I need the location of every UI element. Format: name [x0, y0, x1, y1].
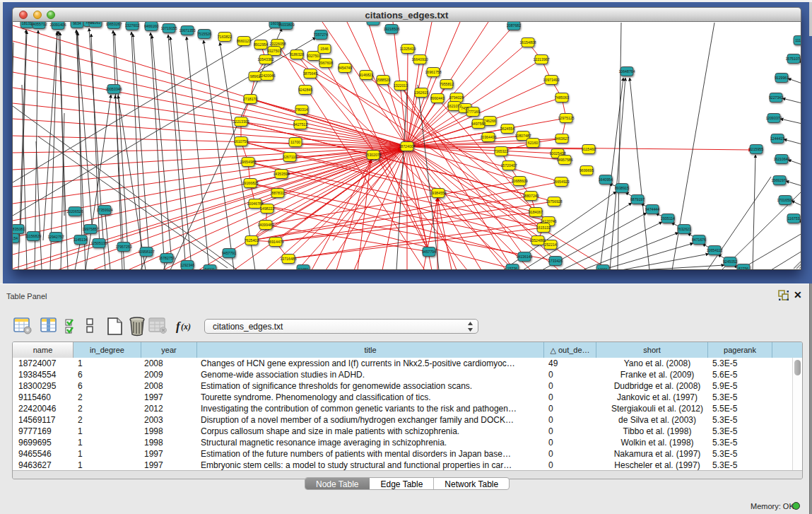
svg-text:3215955: 3215955 — [749, 147, 763, 151]
svg-text:13716485: 13716485 — [280, 257, 296, 261]
svg-text:116753: 116753 — [788, 216, 800, 221]
svg-text:1322013: 1322013 — [394, 83, 408, 88]
svg-text:19218506: 19218506 — [383, 27, 399, 31]
svg-text:7485063: 7485063 — [555, 95, 569, 100]
svg-text:14120746: 14120746 — [540, 219, 556, 223]
svg-text:10654112: 10654112 — [707, 248, 723, 252]
svg-text:9457791: 9457791 — [222, 251, 236, 255]
svg-text:10671355: 10671355 — [179, 28, 195, 33]
svg-text:2935114: 2935114 — [661, 216, 675, 221]
svg-text:16654923: 16654923 — [553, 180, 569, 184]
svg-text:12975125: 12975125 — [558, 116, 574, 120]
svg-text:14099489: 14099489 — [257, 223, 273, 227]
svg-text:8990443: 8990443 — [430, 96, 445, 100]
svg-text:11156829: 11156829 — [25, 234, 41, 238]
svg-text:20206526: 20206526 — [66, 209, 83, 214]
svg-text:20091406: 20091406 — [49, 23, 66, 27]
svg-text:9699695: 9699695 — [579, 168, 594, 173]
svg-text:8186328: 8186328 — [290, 52, 304, 57]
svg-text:92450: 92450 — [298, 267, 309, 270]
svg-text:39154: 39154 — [13, 236, 18, 240]
svg-text:19384554: 19384554 — [430, 191, 446, 195]
svg-text:19975857: 19975857 — [82, 227, 98, 231]
svg-text:9777169: 9777169 — [466, 110, 480, 114]
svg-text:14055712: 14055712 — [30, 22, 47, 26]
svg-text:19756928: 19756928 — [546, 199, 562, 204]
svg-text:21063: 21063 — [90, 22, 101, 25]
svg-text:18807249: 18807249 — [522, 194, 539, 198]
svg-text:20053346: 20053346 — [105, 87, 122, 91]
svg-text:16033809: 16033809 — [278, 23, 294, 27]
svg-text:82756: 82756 — [739, 267, 749, 270]
svg-text:746266: 746266 — [483, 119, 495, 123]
svg-text:10025438: 10025438 — [549, 151, 565, 156]
svg-text:16154808: 16154808 — [519, 40, 536, 45]
svg-text:11125: 11125 — [795, 38, 801, 42]
svg-text:10719155: 10719155 — [160, 26, 177, 30]
svg-text:14957586: 14957586 — [556, 158, 572, 162]
svg-text:1610756: 1610756 — [234, 139, 248, 144]
svg-text:7625402: 7625402 — [245, 238, 259, 243]
svg-text:16961758: 16961758 — [425, 70, 441, 74]
svg-text:9227342: 9227342 — [769, 95, 783, 100]
svg-text:7357274: 7357274 — [314, 33, 328, 37]
svg-text:9245052: 9245052 — [723, 259, 737, 264]
svg-text:15302075: 15302075 — [365, 153, 381, 157]
svg-text:2087682: 2087682 — [507, 23, 521, 28]
svg-text:3624554: 3624554 — [500, 127, 514, 131]
svg-text:8813054: 8813054 — [366, 22, 380, 23]
svg-text:10973493: 10973493 — [543, 78, 559, 82]
svg-text:20364436: 20364436 — [480, 135, 496, 139]
svg-text:13524861: 13524861 — [529, 238, 546, 243]
svg-text:7163822: 7163822 — [218, 35, 232, 39]
svg-text:7365322: 7365322 — [494, 149, 508, 153]
svg-text:10091: 10091 — [598, 267, 608, 270]
svg-text:1621072: 1621072 — [447, 104, 461, 108]
svg-text:12213303: 12213303 — [233, 119, 249, 124]
svg-text:9463627: 9463627 — [555, 136, 569, 141]
svg-text:16782759: 16782759 — [158, 256, 175, 260]
svg-text:16210643: 16210643 — [773, 157, 789, 161]
svg-text:10653267: 10653267 — [105, 22, 122, 26]
svg-text:10046788: 10046788 — [247, 201, 263, 206]
svg-text:62160: 62160 — [528, 141, 539, 145]
svg-text:9794028: 9794028 — [449, 95, 464, 100]
svg-text:1588520: 1588520 — [376, 78, 390, 82]
svg-text:(x): (x) — [181, 322, 191, 332]
svg-text:12213967: 12213967 — [533, 57, 549, 62]
svg-text:16640910: 16640910 — [411, 57, 428, 62]
svg-text:10543362: 10543362 — [257, 57, 273, 62]
svg-text:1244415: 1244415 — [770, 136, 784, 141]
svg-text:7632621: 7632621 — [677, 227, 691, 231]
svg-text:12942757: 12942757 — [47, 235, 64, 239]
svg-text:2718170: 2718170 — [243, 97, 257, 101]
svg-text:1498222: 1498222 — [260, 206, 274, 211]
svg-text:10807487: 10807487 — [514, 134, 531, 138]
svg-text:1835081: 1835081 — [13, 227, 25, 231]
svg-text:14136141: 14136141 — [516, 255, 532, 259]
svg-text:9115460: 9115460 — [582, 147, 596, 151]
svg-text:16914479: 16914479 — [267, 240, 283, 244]
svg-text:11325419: 11325419 — [400, 47, 416, 51]
svg-text:1640954: 1640954 — [599, 177, 613, 182]
svg-text:2967608: 2967608 — [319, 61, 333, 65]
svg-text:9474444: 9474444 — [645, 207, 659, 211]
svg-text:8454749: 8454749 — [338, 66, 352, 70]
svg-text:12505135: 12505135 — [90, 241, 107, 245]
svg-text:10688609: 10688609 — [511, 179, 527, 183]
svg-text:8660123: 8660123 — [237, 39, 251, 43]
svg-text:9457794: 9457794 — [422, 250, 436, 254]
svg-text:10958107: 10958107 — [138, 250, 154, 254]
svg-text:780314: 780314 — [295, 107, 307, 112]
svg-text:14353594: 14353594 — [273, 172, 289, 176]
svg-text:19166825: 19166825 — [242, 181, 258, 185]
svg-text:9327503: 9327503 — [267, 49, 281, 53]
svg-text:9129961: 9129961 — [775, 76, 789, 80]
svg-text:19654985: 19654985 — [240, 160, 256, 164]
svg-text:9242845: 9242845 — [298, 88, 312, 92]
svg-text:23226058: 23226058 — [269, 42, 286, 46]
svg-text:17957253: 17957253 — [115, 245, 131, 249]
svg-text:9146821: 9146821 — [359, 73, 373, 77]
svg-text:17359924: 17359924 — [96, 208, 112, 212]
svg-text:22420046: 22420046 — [259, 74, 275, 78]
